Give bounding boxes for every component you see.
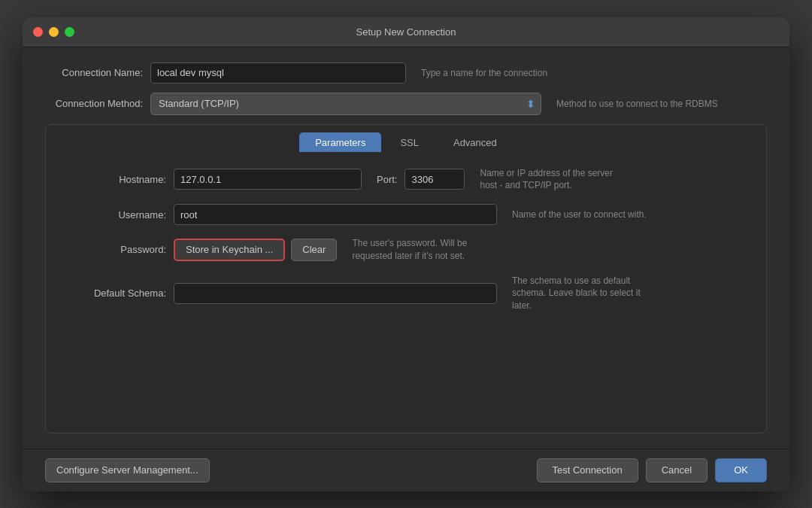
cancel-button[interactable]: Cancel <box>646 458 707 482</box>
minimize-button[interactable] <box>49 27 59 37</box>
tab-ssl[interactable]: SSL <box>384 132 435 152</box>
ok-button[interactable]: OK <box>715 458 767 482</box>
maximize-button[interactable] <box>65 27 74 37</box>
username-input[interactable] <box>174 204 497 225</box>
default-schema-row: Default Schema: The schema to use as def… <box>68 275 744 312</box>
hostname-input[interactable] <box>174 169 362 190</box>
tabs-header: Parameters SSL Advanced <box>46 125 766 152</box>
main-window: Setup New Connection Connection Name: Ty… <box>23 17 789 491</box>
password-row: Password: Store in Keychain ... Clear Th… <box>68 237 744 263</box>
password-hint: The user's password. Will be requested l… <box>352 237 502 263</box>
tab-advanced[interactable]: Advanced <box>438 132 513 152</box>
connection-name-hint: Type a name for the connection <box>421 68 547 78</box>
connection-name-input[interactable] <box>150 62 406 84</box>
footer-right: Test Connection Cancel OK <box>537 458 768 482</box>
test-connection-button[interactable]: Test Connection <box>537 458 638 482</box>
tab-parameters[interactable]: Parameters <box>299 132 381 152</box>
clear-password-button[interactable]: Clear <box>291 239 337 261</box>
connection-method-hint: Method to use to connect to the RDBMS <box>556 99 718 109</box>
hostname-label: Hostname: <box>68 174 166 185</box>
connection-name-label: Connection Name: <box>45 67 143 78</box>
port-label: Port: <box>377 174 397 185</box>
tabs-section: Parameters SSL Advanced Hostname: Port: … <box>45 124 767 433</box>
configure-server-button[interactable]: Configure Server Management... <box>45 458 210 482</box>
hostname-hint: Name or IP address of the server host - … <box>480 167 630 193</box>
traffic-lights <box>33 27 74 37</box>
store-keychain-button[interactable]: Store in Keychain ... <box>174 239 285 261</box>
connection-method-label: Connection Method: <box>45 98 143 109</box>
connection-method-row: Connection Method: Standard (TCP/IP) ⬍ M… <box>45 93 767 115</box>
default-schema-label: Default Schema: <box>68 287 166 299</box>
password-label: Password: <box>68 244 166 255</box>
hostname-row: Hostname: Port: Name or IP address of th… <box>68 167 744 193</box>
main-content: Connection Name: Type a name for the con… <box>23 47 789 449</box>
footer: Configure Server Management... Test Conn… <box>23 449 789 491</box>
username-row: Username: Name of the user to connect wi… <box>68 204 744 225</box>
titlebar: Setup New Connection <box>23 17 789 47</box>
window-title: Setup New Connection <box>356 26 456 38</box>
default-schema-hint: The schema to use as default schema. Lea… <box>512 275 662 312</box>
username-hint: Name of the user to connect with. <box>512 208 647 221</box>
default-schema-input[interactable] <box>174 283 497 304</box>
tab-body-parameters: Hostname: Port: Name or IP address of th… <box>46 152 766 433</box>
username-label: Username: <box>68 209 166 221</box>
connection-method-select[interactable]: Standard (TCP/IP) <box>150 93 541 115</box>
password-controls: Store in Keychain ... Clear <box>174 239 337 261</box>
connection-name-row: Connection Name: Type a name for the con… <box>45 62 767 84</box>
port-input[interactable] <box>404 169 465 190</box>
method-select-wrapper: Standard (TCP/IP) ⬍ <box>150 93 541 115</box>
close-button[interactable] <box>33 27 43 37</box>
